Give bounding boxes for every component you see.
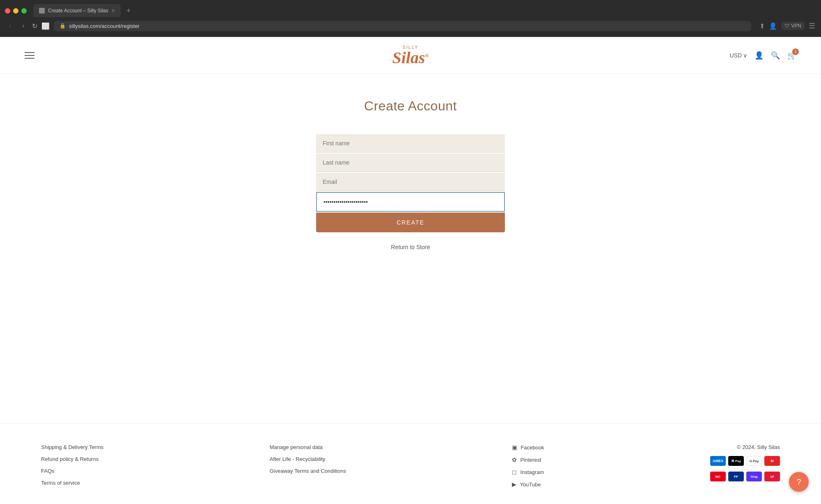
pinterest-icon: ✿ bbox=[512, 456, 517, 463]
maestro-icon: M bbox=[764, 456, 780, 466]
main-content: Create Account CREATE Return to Store bbox=[0, 74, 821, 423]
facebook-icon: ▣ bbox=[512, 444, 517, 451]
footer-link-recyclability[interactable]: After Life - Recyclability bbox=[270, 456, 346, 462]
hamburger-line bbox=[25, 58, 34, 59]
new-tab-button[interactable]: + bbox=[124, 7, 133, 15]
copyright: © 2024, Silly Silas bbox=[737, 444, 780, 450]
share-icon[interactable]: ⬆ bbox=[759, 22, 765, 30]
hamburger-line bbox=[25, 55, 34, 56]
site-nav-right: USD ∨ 👤 🔍 🛒 1 bbox=[729, 51, 796, 60]
logo-main-text: Silas® bbox=[392, 50, 429, 66]
amex-icon: AMEX bbox=[710, 456, 726, 466]
lock-icon: 🔒 bbox=[60, 23, 66, 29]
first-name-field[interactable] bbox=[316, 134, 505, 153]
tab-favicon bbox=[39, 8, 45, 14]
tab-title: Create Account – Silly Silas bbox=[48, 8, 108, 14]
vpn-label: VPN bbox=[791, 23, 801, 29]
email-field[interactable] bbox=[316, 173, 505, 191]
browser-chrome: Create Account – Silly Silas × + ‹ › ↻ ⬜… bbox=[0, 0, 821, 37]
create-button[interactable]: CREATE bbox=[316, 213, 505, 232]
active-tab[interactable]: Create Account – Silly Silas × bbox=[33, 4, 121, 17]
return-to-store-link[interactable]: Return to Store bbox=[391, 244, 430, 250]
footer-col-2: Manage personal data After Life - Recycl… bbox=[270, 444, 346, 474]
last-name-field[interactable] bbox=[316, 153, 505, 172]
create-account-form: CREATE bbox=[316, 134, 505, 232]
instagram-link[interactable]: ◻ Instagram bbox=[512, 469, 544, 475]
page-content: SILLY Silas® USD ∨ 👤 🔍 🛒 1 Create Accoun… bbox=[0, 37, 821, 504]
page-title: Create Account bbox=[364, 99, 457, 114]
browser-actions: ⬆ 👤 🛡 VPN ☰ bbox=[759, 21, 815, 30]
youtube-icon: ▶ bbox=[512, 481, 516, 488]
maximize-button[interactable] bbox=[21, 8, 27, 14]
currency-selector[interactable]: USD ∨ bbox=[729, 52, 747, 59]
paypal-icon: PP bbox=[728, 472, 744, 481]
site-footer: Shipping & Delivery Terms Refund policy … bbox=[0, 423, 821, 504]
footer-link-faqs[interactable]: FAQs bbox=[41, 468, 103, 474]
currency-label: USD bbox=[729, 52, 742, 59]
vpn-badge[interactable]: 🛡 VPN bbox=[781, 22, 805, 30]
footer-social: ▣ Facebook ✿ Pinterest ◻ Instagram ▶ You… bbox=[512, 444, 544, 488]
currency-chevron: ∨ bbox=[743, 52, 747, 59]
site-header: SILLY Silas® USD ∨ 👤 🔍 🛒 1 bbox=[0, 37, 821, 74]
traffic-lights bbox=[5, 8, 27, 14]
bookmark-button[interactable]: ⬜ bbox=[41, 22, 50, 30]
pinterest-label: Pinterest bbox=[520, 457, 541, 463]
chat-widget[interactable]: ? bbox=[789, 472, 809, 492]
url-text: sillysilas.com/account/register bbox=[69, 23, 140, 29]
site-logo[interactable]: SILLY Silas® bbox=[392, 45, 429, 66]
footer-link-terms[interactable]: Terms of service bbox=[41, 480, 103, 486]
youtube-label: YouTube bbox=[520, 481, 541, 488]
url-bar[interactable]: 🔒 sillysilas.com/account/register bbox=[54, 21, 751, 31]
footer-right: © 2024, Silly Silas AMEX ⌘ Pay G Pay M M… bbox=[710, 444, 780, 481]
cart-icon-wrapper[interactable]: 🛒 1 bbox=[787, 51, 796, 60]
payment-row-1: AMEX ⌘ Pay G Pay M bbox=[710, 456, 780, 466]
close-button[interactable] bbox=[5, 8, 10, 14]
hamburger-menu[interactable] bbox=[25, 52, 34, 59]
footer-link-shipping[interactable]: Shipping & Delivery Terms bbox=[41, 444, 103, 450]
union-pay-icon: UP bbox=[764, 472, 780, 481]
tab-bar: Create Account – Silly Silas × + bbox=[0, 0, 821, 17]
cart-badge: 1 bbox=[792, 48, 799, 55]
mastercard-icon: MC bbox=[710, 472, 726, 481]
instagram-icon: ◻ bbox=[512, 469, 517, 475]
footer-link-refund[interactable]: Refund policy & Returns bbox=[41, 456, 103, 462]
hamburger-line bbox=[25, 52, 34, 53]
youtube-link[interactable]: ▶ YouTube bbox=[512, 481, 544, 488]
apple-pay-icon: ⌘ Pay bbox=[728, 456, 744, 466]
facebook-link[interactable]: ▣ Facebook bbox=[512, 444, 544, 451]
back-button[interactable]: ‹ bbox=[6, 22, 15, 30]
footer-link-personal-data[interactable]: Manage personal data bbox=[270, 444, 346, 450]
account-icon[interactable]: 👤 bbox=[754, 51, 764, 60]
forward-button[interactable]: › bbox=[19, 22, 28, 30]
footer-link-giveaway[interactable]: Giveaway Terms and Conditions bbox=[270, 468, 346, 474]
chat-icon: ? bbox=[796, 477, 801, 487]
logo-registered: ® bbox=[425, 53, 429, 58]
browser-menu-button[interactable]: ☰ bbox=[809, 21, 815, 30]
reload-button[interactable]: ↻ bbox=[32, 22, 37, 30]
pinterest-link[interactable]: ✿ Pinterest bbox=[512, 456, 544, 463]
tab-close-icon[interactable]: × bbox=[112, 8, 115, 14]
instagram-label: Instagram bbox=[520, 469, 544, 475]
search-icon[interactable]: 🔍 bbox=[771, 51, 780, 60]
shopify-pay-icon: Shop bbox=[746, 472, 762, 481]
profile-icon[interactable]: 👤 bbox=[769, 22, 777, 30]
address-bar: ‹ › ↻ ⬜ 🔒 sillysilas.com/account/registe… bbox=[0, 17, 821, 34]
vpn-icon: 🛡 bbox=[784, 23, 789, 29]
payment-row-2: MC PP Shop UP bbox=[710, 472, 780, 481]
google-pay-icon: G Pay bbox=[746, 456, 762, 466]
facebook-label: Facebook bbox=[521, 444, 544, 451]
password-field[interactable] bbox=[316, 192, 505, 212]
minimize-button[interactable] bbox=[13, 8, 18, 14]
footer-col-1: Shipping & Delivery Terms Refund policy … bbox=[41, 444, 103, 486]
